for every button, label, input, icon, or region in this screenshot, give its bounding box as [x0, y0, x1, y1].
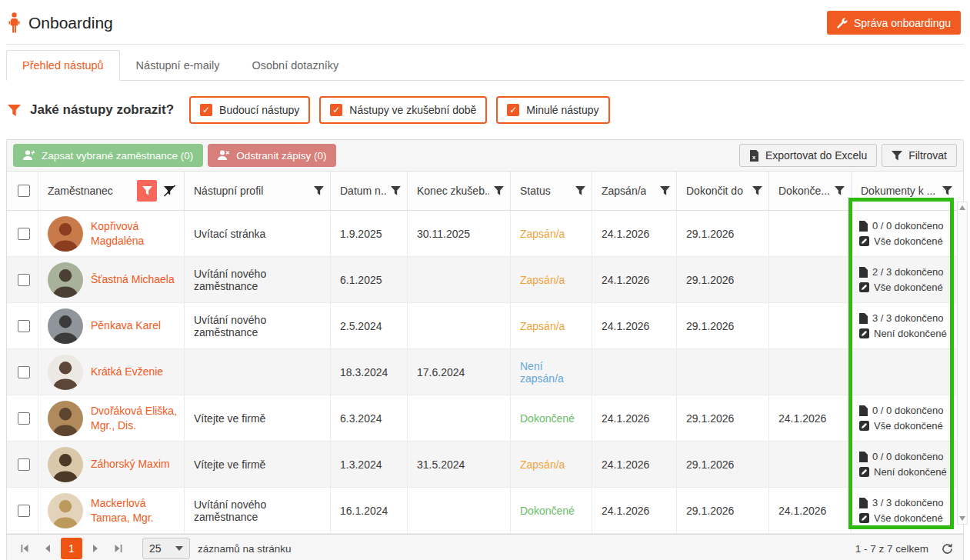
row-select-cell	[7, 349, 38, 395]
tab-prehled-nastupu[interactable]: Přehled nástupů	[6, 50, 120, 81]
row-checkbox[interactable]	[18, 320, 30, 332]
row-checkbox[interactable]	[18, 505, 30, 517]
clear-filter-icon[interactable]	[162, 183, 178, 198]
table-body: Kopřivová MagdalénaUvítací stránka1.9.20…	[7, 211, 963, 534]
due-date-cell: 29.1.2026	[676, 488, 768, 533]
row-checkbox[interactable]	[18, 274, 30, 286]
excel-file-icon: x	[749, 150, 759, 162]
employee-name-link[interactable]: Kopřivová Magdaléna	[91, 219, 178, 248]
filter-funnel-icon[interactable]	[391, 186, 401, 195]
select-all-checkbox[interactable]	[18, 185, 30, 197]
filter-funnel-icon[interactable]	[752, 186, 762, 195]
table-row: Mackerlová Tamara, Mgr.Uvítání nového za…	[7, 488, 963, 534]
documents-progress: 0 / 0 dokončeno	[859, 405, 944, 416]
filter-funnel-icon[interactable]	[835, 186, 845, 195]
refresh-icon[interactable]	[939, 541, 955, 557]
next-page-button[interactable]	[85, 538, 105, 558]
wrench-icon	[837, 18, 848, 28]
row-checkbox[interactable]	[18, 366, 30, 378]
column-header-completed[interactable]: Dokonče...	[778, 185, 830, 197]
row-checkbox[interactable]	[18, 412, 30, 425]
column-header-status[interactable]: Status	[520, 185, 551, 197]
document-icon	[859, 498, 868, 508]
avatar	[48, 355, 83, 390]
manage-onboarding-button[interactable]: Správa onboardingu	[827, 11, 961, 35]
pencil-square-icon	[859, 421, 869, 431]
filter-option-nastupy-ve-zkusebni-dobe[interactable]: ✓ Nástupy ve zkušební době	[319, 96, 487, 124]
column-header-start-date[interactable]: Datum n...	[340, 185, 386, 197]
employee-name-link[interactable]: Záhorský Maxim	[91, 457, 170, 472]
scroll-down-icon[interactable]	[959, 516, 965, 521]
column-header-employee[interactable]: Zaměstnanec	[48, 185, 113, 197]
trial-end-cell: 31.5.2024	[407, 442, 510, 487]
completed-date-cell	[768, 349, 851, 395]
employee-cell: Krátká Evženie	[38, 349, 184, 395]
filter-option-budouci-nastupy[interactable]: ✓ Budoucí nástupy	[189, 96, 310, 124]
documents-cell: 3 / 3 dokončenoVše dokončené	[851, 488, 958, 533]
employee-name-link[interactable]: Mackerlová Tamara, Mgr.	[91, 496, 178, 525]
avatar	[48, 262, 83, 298]
employee-name-link[interactable]: Pěnkava Karel	[91, 318, 161, 333]
completed-date-cell	[768, 442, 851, 487]
last-page-button[interactable]	[108, 538, 128, 558]
filter-funnel-icon[interactable]	[660, 186, 670, 195]
column-header-trial-end[interactable]: Konec zkušeb...	[417, 185, 489, 197]
employee-name-link[interactable]: Dvořáková Eliška, Mgr., Dis.	[91, 404, 178, 433]
document-icon	[859, 267, 868, 278]
column-header-profile[interactable]: Nástupní profil	[194, 185, 263, 197]
filter-option-minule-nastupy[interactable]: ✓ Minulé nástupy	[496, 96, 609, 124]
start-date-cell: 1.9.2025	[330, 211, 407, 256]
employee-name-link[interactable]: Krátká Evženie	[91, 365, 163, 379]
status-label: Zapsán/a	[520, 274, 565, 286]
table-row: Dvořáková Eliška, Mgr., Dis.Vítejte ve f…	[7, 395, 963, 442]
due-date-cell: 29.1.2026	[676, 442, 768, 487]
documents-progress: 0 / 0 dokončeno	[859, 220, 944, 232]
filter-funnel-icon[interactable]	[575, 186, 585, 195]
filter-funnel-icon[interactable]	[494, 186, 504, 195]
trial-end-cell	[407, 303, 510, 348]
row-checkbox[interactable]	[18, 228, 30, 240]
column-header-due[interactable]: Dokončit do	[686, 185, 743, 197]
vertical-scrollbar[interactable]	[957, 202, 968, 525]
documents-cell: 0 / 0 dokončenoVše dokončené	[851, 211, 958, 256]
documents-cell: 0 / 0 dokončenoNení dokončené	[851, 442, 958, 487]
column-header-documents[interactable]: Dokumenty k ...	[861, 185, 935, 197]
chevron-down-icon	[175, 546, 183, 551]
filter-funnel-icon[interactable]	[942, 186, 952, 195]
enrolled-date-cell: 24.1.2026	[592, 395, 676, 441]
document-icon	[859, 221, 868, 232]
documents-cell: 2 / 3 dokončenoVše dokončené	[851, 257, 958, 302]
start-date-cell: 2.5.2024	[330, 303, 407, 348]
export-excel-button[interactable]: x Exportovat do Excelu	[739, 144, 877, 167]
active-filter-button[interactable]	[137, 180, 157, 202]
tab-osobni-dotazniky[interactable]: Osobní dotazníky	[235, 50, 355, 81]
employee-cell: Šťastná Michaela	[38, 257, 184, 302]
employee-cell: Kopřivová Magdaléna	[38, 211, 184, 256]
enroll-selected-button[interactable]: Zapsat vybrané zaměstnance (0)	[13, 144, 203, 167]
enrolled-date-cell	[592, 349, 676, 395]
start-date-cell: 6.1.2025	[330, 257, 407, 302]
first-page-button[interactable]	[15, 538, 35, 558]
questionnaire-status: Vše dokončené	[859, 420, 943, 432]
filter-funnel-icon[interactable]	[314, 186, 324, 195]
tab-nastupni-emaily[interactable]: Nástupní e-maily	[120, 50, 236, 81]
prev-page-button[interactable]	[38, 538, 58, 558]
checkbox-checked-icon: ✓	[330, 104, 342, 116]
scroll-up-icon[interactable]	[959, 205, 965, 210]
employee-name-link[interactable]: Šťastná Michaela	[91, 272, 175, 287]
page-1-button[interactable]: 1	[61, 538, 82, 559]
document-icon	[859, 452, 868, 462]
page-size-select[interactable]: 25	[142, 538, 190, 559]
completed-date-cell	[768, 257, 851, 302]
row-select-cell	[7, 303, 38, 348]
document-icon	[859, 313, 868, 324]
status-cell: Zapsán/a	[510, 211, 592, 256]
person-plus-icon	[23, 150, 35, 161]
documents-progress: 3 / 3 dokončeno	[859, 497, 944, 508]
column-header-enrolled[interactable]: Zapsán/a	[602, 185, 646, 197]
grid-filter-button[interactable]: Filtrovat	[882, 144, 957, 167]
row-checkbox[interactable]	[18, 458, 30, 471]
enrolled-date-cell: 24.1.2026	[592, 303, 676, 348]
remove-entries-button[interactable]: Odstranit zápisy (0)	[208, 144, 336, 167]
status-cell: Není zapsán/a	[510, 349, 592, 395]
